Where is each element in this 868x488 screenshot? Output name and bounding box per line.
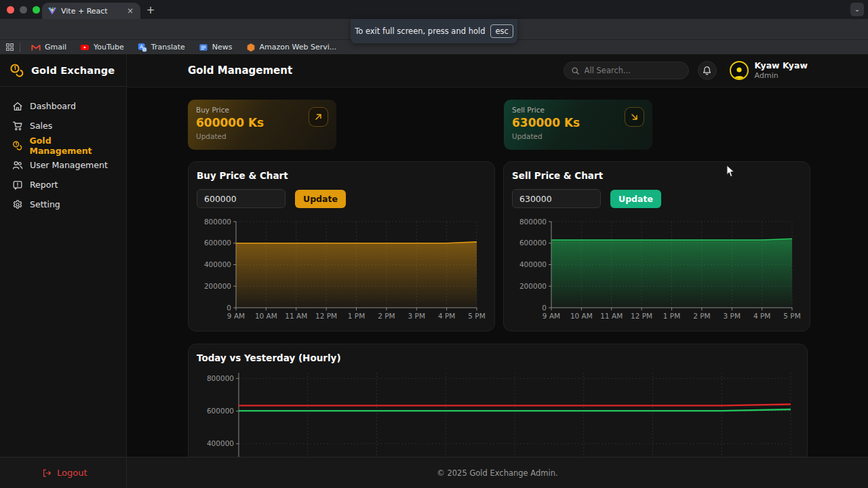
bookmark-youtube[interactable]: YouTube	[75, 43, 130, 52]
chart-panels-row: Buy Price & Chart Update 020000040000060…	[188, 161, 808, 331]
sidebar-item-report[interactable]: Report	[0, 175, 126, 195]
svg-text:3 PM: 3 PM	[724, 312, 741, 320]
svg-text:400000: 400000	[207, 439, 234, 447]
sidebar-item-user-management[interactable]: User Management	[0, 155, 126, 175]
svg-text:800000: 800000	[204, 218, 231, 226]
browser-tab[interactable]: Vite + React ×	[42, 3, 140, 19]
svg-text:600000: 600000	[519, 239, 547, 247]
page-content: Buy Price 600000 Ks Updated Sell Price	[127, 87, 868, 488]
bookmark-news[interactable]: News	[193, 43, 238, 52]
person-icon	[732, 65, 746, 79]
sidebar-footer: Logout	[0, 458, 127, 488]
sell-trend-button[interactable]	[625, 107, 644, 127]
svg-text:4 PM: 4 PM	[438, 312, 455, 320]
buy-trend-button[interactable]	[309, 107, 328, 127]
buy-price-input[interactable]	[197, 189, 285, 208]
svg-text:11 AM: 11 AM	[600, 312, 623, 320]
macos-traffic-lights[interactable]	[7, 6, 40, 14]
gear-icon	[12, 199, 23, 210]
close-window-button[interactable]	[7, 6, 14, 14]
user-role: Admin	[755, 71, 808, 81]
sell-price-input[interactable]	[512, 189, 601, 208]
search-icon	[571, 66, 580, 75]
main-area: Gold Management	[127, 54, 868, 488]
sidebar-item-gold-management[interactable]: Gold Management	[0, 136, 126, 155]
cart-icon	[12, 121, 23, 131]
bookmark-gmail[interactable]: Gmail	[26, 43, 72, 52]
svg-text:11 AM: 11 AM	[285, 312, 307, 320]
gmail-icon	[31, 43, 41, 52]
buy-price-chart: 02000004000006000008000009 AM10 AM11 AM1…	[197, 216, 486, 323]
svg-text:0: 0	[226, 304, 231, 312]
sell-chart-panel: Sell Price & Chart Update 02000004000006…	[503, 161, 810, 331]
new-tab-button[interactable]: +	[144, 4, 157, 18]
svg-text:600000: 600000	[204, 239, 231, 247]
sidebar-item-sales[interactable]: Sales	[0, 116, 126, 136]
page-footer: Logout © 2025 Gold Exchange Admin.	[0, 457, 868, 488]
bell-icon	[702, 66, 712, 76]
esc-keycap: esc	[490, 24, 513, 38]
minimize-window-button[interactable]	[20, 6, 27, 14]
copyright-text: © 2025 Gold Exchange Admin.	[127, 458, 868, 488]
svg-text:400000: 400000	[204, 260, 231, 268]
svg-text:200000: 200000	[519, 282, 547, 290]
bookmark-aws[interactable]: Amazon Web Servi...	[241, 43, 342, 52]
youtube-icon	[80, 43, 90, 52]
compare-panel-title: Today vs Yesterday (Hourly)	[197, 352, 799, 363]
tab-search-chevron-icon[interactable]: ⌄	[850, 3, 864, 16]
svg-text:9 AM: 9 AM	[227, 312, 245, 320]
users-icon	[12, 160, 23, 171]
apps-grid-icon[interactable]	[5, 43, 14, 52]
arrow-down-right-icon	[630, 113, 639, 121]
svg-text:4 PM: 4 PM	[753, 312, 770, 320]
logout-icon	[42, 468, 52, 478]
svg-text:800000: 800000	[519, 218, 547, 226]
buy-controls: Update	[197, 189, 486, 208]
app-header: Gold Management	[127, 54, 868, 87]
stat-cards-row: Buy Price 600000 Ks Updated Sell Price	[188, 100, 808, 150]
gold-coins-logo-icon	[9, 63, 24, 78]
svg-text:5 PM: 5 PM	[468, 312, 485, 320]
avatar	[730, 61, 749, 80]
arrow-up-right-icon	[314, 113, 323, 121]
svg-text:0: 0	[542, 304, 547, 312]
sidebar: Gold Exchange Dashboard Sales	[0, 54, 127, 488]
svg-text:5 PM: 5 PM	[783, 312, 800, 320]
buy-chart-panel: Buy Price & Chart Update 020000040000060…	[188, 161, 495, 331]
logout-label: Logout	[57, 468, 87, 478]
svg-text:1 PM: 1 PM	[663, 312, 680, 320]
buy-update-button[interactable]: Update	[295, 190, 346, 208]
tab-title: Vite + React	[61, 7, 121, 16]
sidebar-item-setting[interactable]: Setting	[0, 195, 126, 214]
global-search[interactable]	[564, 62, 689, 79]
news-icon	[199, 43, 208, 52]
tab-close-icon[interactable]: ×	[125, 6, 135, 16]
user-menu[interactable]: Kyaw Kyaw Admin	[730, 60, 808, 80]
svg-text:9 AM: 9 AM	[542, 312, 560, 320]
brand: Gold Exchange	[0, 54, 126, 87]
search-input[interactable]	[585, 66, 682, 75]
sell-update-button[interactable]: Update	[610, 190, 661, 208]
svg-text:800000: 800000	[207, 374, 234, 382]
svg-text:12 PM: 12 PM	[315, 312, 337, 320]
brand-name: Gold Exchange	[31, 65, 115, 76]
svg-text:400000: 400000	[519, 260, 547, 268]
sell-price-chart: 02000004000006000008000009 AM10 AM11 AM1…	[512, 216, 802, 323]
app-window: Gold Exchange Dashboard Sales	[0, 54, 868, 488]
buy-price-card: Buy Price 600000 Ks Updated	[188, 100, 336, 150]
svg-text:600000: 600000	[207, 407, 234, 415]
svg-text:12 PM: 12 PM	[631, 312, 652, 320]
home-icon	[12, 101, 23, 112]
bookmark-translate[interactable]: A Translate	[132, 43, 191, 52]
sidebar-item-dashboard[interactable]: Dashboard	[0, 96, 126, 116]
page-title: Gold Management	[188, 64, 564, 77]
bookmarks-separator	[20, 43, 20, 52]
notifications-button[interactable]	[698, 61, 717, 80]
fullscreen-window-button[interactable]	[33, 6, 40, 14]
svg-text:200000: 200000	[204, 282, 231, 290]
user-name: Kyaw Kyaw	[755, 60, 808, 71]
sell-panel-title: Sell Price & Chart	[512, 170, 802, 181]
logout-button[interactable]: Logout	[42, 468, 87, 478]
svg-text:10 AM: 10 AM	[570, 312, 593, 320]
buy-price-status: Updated	[196, 132, 328, 140]
